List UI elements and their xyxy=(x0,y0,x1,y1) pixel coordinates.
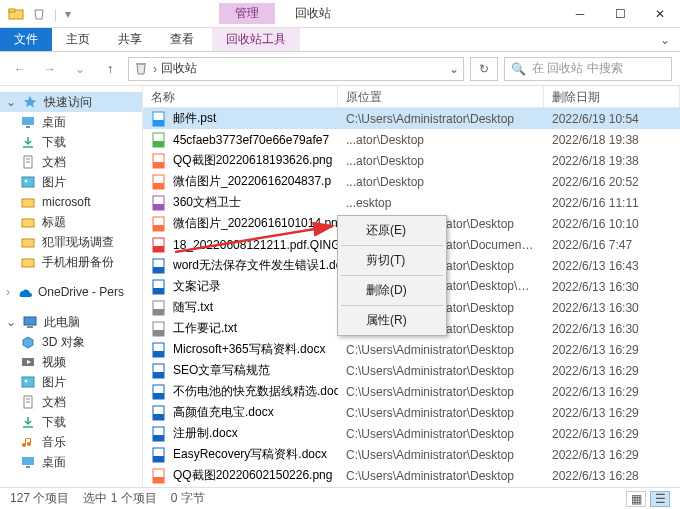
close-button[interactable]: ✕ xyxy=(640,0,680,28)
sidebar-item-label: 下载 xyxy=(42,134,66,151)
file-icon xyxy=(151,195,167,211)
menu-properties[interactable]: 属性(R) xyxy=(340,308,444,333)
sidebar-item[interactable]: 文档 xyxy=(0,392,142,412)
table-row[interactable]: 不伤电池的快充数据线精选.docxC:\Users\Administrator\… xyxy=(143,381,680,402)
tab-recycle-tools[interactable]: 回收站工具 xyxy=(212,28,300,51)
file-location: ...ator\Desktop xyxy=(338,154,544,168)
sidebar-item-label: 音乐 xyxy=(42,434,66,451)
col-original-location[interactable]: 原位置 xyxy=(338,86,544,107)
forward-button[interactable]: → xyxy=(38,57,62,81)
sidebar-item[interactable]: 音乐 xyxy=(0,432,142,452)
file-date: 2022/6/13 16:29 xyxy=(544,406,680,420)
file-name: 不伤电池的快充数据线精选.docx xyxy=(173,383,338,400)
menu-delete[interactable]: 删除(D) xyxy=(340,278,444,303)
menu-restore[interactable]: 还原(E) xyxy=(340,218,444,243)
sidebar-item[interactable]: 文档 xyxy=(0,152,142,172)
sidebar-item-onedrive[interactable]: › OneDrive - Pers xyxy=(0,282,142,302)
table-row[interactable]: SEO文章写稿规范C:\Users\Administrator\Desktop2… xyxy=(143,360,680,381)
folder-icon xyxy=(20,354,36,370)
sidebar-item-label: 手机相册备份 xyxy=(42,254,114,271)
folder-icon xyxy=(20,234,36,250)
file-date: 2022/6/13 16:30 xyxy=(544,301,680,315)
folder-icon xyxy=(20,114,36,130)
tab-view[interactable]: 查看 xyxy=(156,28,208,51)
table-row[interactable]: Microsoft+365写稿资料.docxC:\Users\Administr… xyxy=(143,339,680,360)
sidebar-item[interactable]: 视频 xyxy=(0,352,142,372)
view-details-button[interactable]: ☰ xyxy=(650,491,670,507)
minimize-button[interactable]: ─ xyxy=(560,0,600,28)
file-date: 2022/6/13 16:43 xyxy=(544,259,680,273)
status-bar: 127 个项目 选中 1 个项目 0 字节 ▦ ☰ xyxy=(0,487,680,509)
sidebar-item[interactable]: 下载 xyxy=(0,132,142,152)
sidebar-item-label: 文档 xyxy=(42,394,66,411)
sidebar-item[interactable]: 标题 xyxy=(0,212,142,232)
search-box[interactable]: 🔍 在 回收站 中搜索 xyxy=(504,57,672,81)
sidebar-item[interactable]: 图片 xyxy=(0,172,142,192)
sidebar-item[interactable]: 手机相册备份 xyxy=(0,252,142,272)
table-row[interactable]: 高颜值充电宝.docxC:\Users\Administrator\Deskto… xyxy=(143,402,680,423)
view-thumbnails-button[interactable]: ▦ xyxy=(626,491,646,507)
sidebar-item[interactable]: 3D 对象 xyxy=(0,332,142,352)
back-button[interactable]: ← xyxy=(8,57,32,81)
file-icon xyxy=(151,279,167,295)
tab-share[interactable]: 共享 xyxy=(104,28,156,51)
sidebar-item[interactable]: 桌面 xyxy=(0,112,142,132)
sidebar-item[interactable]: 图片 xyxy=(0,372,142,392)
sidebar-item-this-pc[interactable]: ⌄ 此电脑 xyxy=(0,312,142,332)
recent-dropdown[interactable]: ⌄ xyxy=(68,57,92,81)
ribbon-tabs: 文件 主页 共享 查看 回收站工具 ⌄ xyxy=(0,28,680,52)
cloud-icon xyxy=(16,284,32,300)
svg-rect-29 xyxy=(153,162,164,168)
table-row[interactable]: QQ截图20220602150226.pngC:\Users\Administr… xyxy=(143,465,680,486)
svg-rect-27 xyxy=(153,141,164,147)
table-row[interactable]: EasyRecovery写稿资料.docxC:\Users\Administra… xyxy=(143,444,680,465)
file-name: QQ截图20220602150226.png xyxy=(173,467,332,484)
file-date: 2022/6/13 16:29 xyxy=(544,343,680,357)
file-icon xyxy=(151,216,167,232)
up-button[interactable]: ↑ xyxy=(98,57,122,81)
tab-home[interactable]: 主页 xyxy=(52,28,104,51)
sidebar-item[interactable]: 下载 xyxy=(0,412,142,432)
file-location: C:\Users\Administrator\Desktop xyxy=(338,385,544,399)
divider-icon: | xyxy=(54,7,57,21)
table-row[interactable]: QQ截图20220602150251.pngC:\Users\Administr… xyxy=(143,486,680,487)
file-location: ...esktop xyxy=(338,196,544,210)
sidebar-item[interactable]: 犯罪现场调查 xyxy=(0,232,142,252)
search-placeholder: 在 回收站 中搜索 xyxy=(532,60,623,77)
svg-rect-51 xyxy=(153,393,164,399)
dropdown-icon[interactable]: ▾ xyxy=(65,7,71,21)
file-date: 2022/6/16 7:47 xyxy=(544,238,680,252)
file-location: ...ator\Desktop xyxy=(338,133,544,147)
breadcrumb[interactable]: › 回收站 ⌄ xyxy=(128,57,464,81)
refresh-button[interactable]: ↻ xyxy=(470,57,498,81)
menu-cut[interactable]: 剪切(T) xyxy=(340,248,444,273)
table-row[interactable]: 微信图片_20220616204837.p...ator\Desktop2022… xyxy=(143,171,680,192)
sidebar-item-label: 文档 xyxy=(42,154,66,171)
table-row[interactable]: QQ截图20220618193626.png...ator\Desktop202… xyxy=(143,150,680,171)
table-row[interactable]: 360文档卫士...esktop2022/6/16 11:11 xyxy=(143,192,680,213)
file-icon xyxy=(151,384,167,400)
file-location: C:\Users\Administrator\Desktop xyxy=(338,427,544,441)
folder-icon xyxy=(20,394,36,410)
file-location: C:\Users\Administrator\Desktop xyxy=(338,112,544,126)
tab-file[interactable]: 文件 xyxy=(0,28,52,51)
svg-rect-2 xyxy=(136,63,146,65)
sidebar-item-quick-access[interactable]: ⌄ 快速访问 xyxy=(0,92,142,112)
sidebar-item-label: 快速访问 xyxy=(44,94,92,111)
file-icon xyxy=(151,111,167,127)
table-row[interactable]: 注册制.docxC:\Users\Administrator\Desktop20… xyxy=(143,423,680,444)
title-bar: | ▾ 管理 回收站 ─ ☐ ✕ xyxy=(0,0,680,28)
file-icon xyxy=(151,468,167,484)
breadcrumb-dropdown-icon[interactable]: ⌄ xyxy=(449,62,459,76)
col-delete-date[interactable]: 删除日期 xyxy=(544,86,680,107)
sidebar-item[interactable]: 桌面 xyxy=(0,452,142,472)
expand-ribbon-icon[interactable]: ⌄ xyxy=(650,33,680,47)
file-name: 文案记录 xyxy=(173,278,221,295)
svg-rect-35 xyxy=(153,225,164,231)
table-row[interactable]: 邮件.pstC:\Users\Administrator\Desktop2022… xyxy=(143,108,680,129)
col-name[interactable]: 名称 xyxy=(143,86,338,107)
sidebar-item[interactable]: microsoft xyxy=(0,192,142,212)
maximize-button[interactable]: ☐ xyxy=(600,0,640,28)
context-menu: 还原(E) 剪切(T) 删除(D) 属性(R) xyxy=(337,215,447,336)
table-row[interactable]: 45cfaeb3773ef70e66e79afe7...ator\Desktop… xyxy=(143,129,680,150)
